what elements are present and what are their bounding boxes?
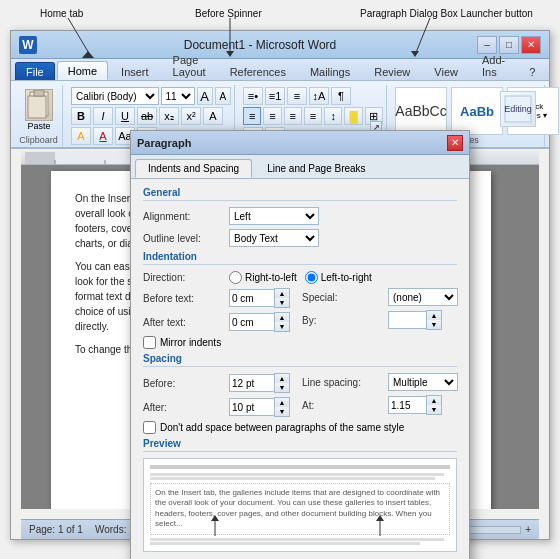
alignment-label: Alignment: [143,211,223,222]
by-label: By: [302,315,382,326]
tab-home[interactable]: Home [57,61,108,80]
before-text-label: Before text: [143,293,223,304]
show-hide-button[interactable]: ¶ [331,87,351,105]
outline-level-row: Outline level: Body Text Level 1 [143,229,457,247]
tab-add-ins[interactable]: Add-Ins [471,50,516,80]
before-text-row: Before text: ▲ ▼ [143,288,290,308]
spacing-before-label: Before: [143,378,223,389]
svg-rect-16 [25,152,55,164]
mirror-indents-checkbox[interactable] [143,336,156,349]
direction-label: Direction: [143,272,223,283]
tab-references[interactable]: References [219,62,297,80]
style-normal[interactable]: AaBbCc [395,87,447,135]
at-label: At: [302,400,382,411]
mirror-indents-label: Mirror indents [160,337,221,348]
dialog-title-bar: Paragraph ✕ [131,131,469,155]
dialog-close-button[interactable]: ✕ [447,135,463,151]
by-input[interactable] [388,311,426,329]
direction-rtl-label: Right-to-left [229,271,297,284]
line-spacing-select[interactable]: Multiple Single 1.5 lines Double [388,373,458,391]
dont-add-space-checkbox[interactable] [143,421,156,434]
zoom-plus-button[interactable]: + [525,524,531,535]
shading-button[interactable]: ▓ [344,107,362,125]
after-text-down[interactable]: ▼ [275,322,289,331]
at-input[interactable] [388,396,426,414]
grow-font-button[interactable]: A [197,87,213,105]
strikethrough-button[interactable]: ab [137,107,157,125]
spacing-before-btns: ▲ ▼ [274,373,290,393]
font-row1: Calibri (Body) 11 A A [71,87,231,105]
justify-button[interactable]: ≡ [304,107,322,125]
direction-rtl-radio[interactable] [229,271,242,284]
before-text-down[interactable]: ▼ [275,298,289,307]
outline-level-label: Outline level: [143,233,223,244]
outline-level-select[interactable]: Body Text Level 1 [229,229,319,247]
at-spinner-btns: ▲ ▼ [426,395,442,415]
align-center-button[interactable]: ≡ [263,107,281,125]
dont-add-space-row: Don't add space between paragraphs of th… [143,421,457,434]
alignment-select[interactable]: Left Center Right Justified [229,207,319,225]
font-size-select[interactable]: 11 [161,87,195,105]
multilevel-button[interactable]: ≡ [287,87,307,105]
spacing-after-input[interactable] [229,398,274,416]
after-text-up[interactable]: ▲ [275,313,289,322]
tab-view[interactable]: View [423,62,469,80]
superscript-button[interactable]: x² [181,107,201,125]
tab-file[interactable]: File [15,62,55,80]
tab-insert[interactable]: Insert [110,62,160,80]
shrink-font-button[interactable]: A [215,87,231,105]
special-select[interactable]: (none) First line Hanging [388,288,458,306]
paste-button[interactable]: Paste [21,87,57,133]
preview-para-rects [150,465,450,470]
spacing-after-up[interactable]: ▲ [275,398,289,407]
underline-button[interactable]: U [115,107,135,125]
numbering-button[interactable]: ≡1 [265,87,285,105]
before-text-group: Before text: ▲ ▼ After text: ▲ [143,288,290,336]
direction-ltr-label: Left-to-right [305,271,372,284]
zoom-slider[interactable] [461,526,521,534]
spacing-before-input[interactable] [229,374,274,392]
spacing-before-up[interactable]: ▲ [275,374,289,383]
by-row: By: ▲ ▼ [302,310,458,330]
at-down[interactable]: ▼ [427,405,441,414]
before-text-up[interactable]: ▲ [275,289,289,298]
after-text-spinner: ▲ ▼ [229,312,290,332]
by-down[interactable]: ▼ [427,320,441,329]
spacing-after-down[interactable]: ▼ [275,407,289,416]
tab-review[interactable]: Review [363,62,421,80]
sort-button[interactable]: ↕A [309,87,329,105]
dont-add-space-label: Don't add space between paragraphs of th… [160,422,404,433]
svg-rect-12 [34,90,44,96]
align-right-button[interactable]: ≡ [284,107,302,125]
font-name-select[interactable]: Calibri (Body) [71,87,159,105]
close-button[interactable]: ✕ [521,36,541,54]
tab-help[interactable]: ? [518,62,546,80]
clipboard-label: Clipboard [15,135,62,145]
bullets-button[interactable]: ≡• [243,87,263,105]
subscript-button[interactable]: x₂ [159,107,179,125]
after-text-row: After text: ▲ ▼ [143,312,290,332]
dialog-tabs: Indents and Spacing Line and Page Breaks [131,155,469,179]
text-effect-button[interactable]: A [203,107,223,125]
tab-mailings[interactable]: Mailings [299,62,361,80]
at-up[interactable]: ▲ [427,396,441,405]
before-text-spinner-btns: ▲ ▼ [274,288,290,308]
by-up[interactable]: ▲ [427,311,441,320]
tab-page-layout[interactable]: Page Layout [162,50,217,80]
page-info: Page: 1 of 1 [29,524,83,535]
before-text-input[interactable] [229,289,274,307]
editing-button[interactable]: Editing [496,89,540,129]
bold-button[interactable]: B [71,107,91,125]
direction-ltr-radio[interactable] [305,271,318,284]
align-left-button[interactable]: ≡ [243,107,261,125]
after-text-input[interactable] [229,313,274,331]
svg-text:Editing: Editing [504,104,532,114]
dialog-tab-line-page-breaks[interactable]: Line and Page Breaks [254,159,378,178]
line-spacing-button[interactable]: ↕ [324,107,342,125]
ribbon-tabs: File Home Insert Page Layout References … [11,59,549,81]
spacing-before-down[interactable]: ▼ [275,383,289,392]
at-row: At: ▲ ▼ [302,395,458,415]
by-spinner-btns: ▲ ▼ [426,310,442,330]
italic-button[interactable]: I [93,107,113,125]
dialog-tab-indents-spacing[interactable]: Indents and Spacing [135,159,252,178]
